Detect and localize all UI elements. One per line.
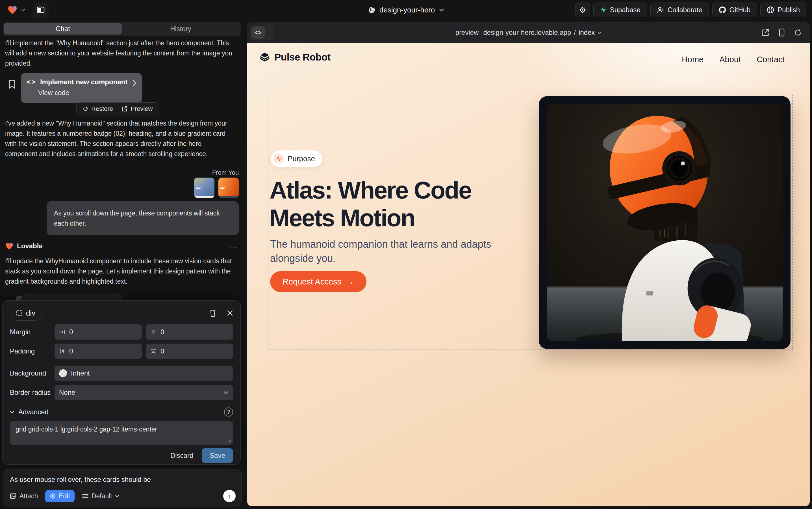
margin-y-value: 0 [160, 328, 164, 336]
site-logo[interactable]: Pulse Robot [259, 52, 331, 63]
padding-x-value: 0 [69, 347, 73, 355]
topbar: design-your-hero ⚙ Supabase Collaborate … [0, 0, 812, 20]
bookmark-icon[interactable] [8, 80, 16, 89]
advanced-section-toggle[interactable]: Advanced ? [10, 407, 233, 416]
layers-icon [259, 52, 270, 63]
preview-url[interactable]: preview--design-your-hero.lovable.app / … [455, 29, 602, 36]
hero-title: Atlas: Where Code Meets Motion [269, 176, 471, 232]
padding-label: Padding [10, 347, 54, 355]
hero-section-selected[interactable]: Purpose Atlas: Where Code Meets Motion T… [268, 95, 793, 350]
robot-image-card [539, 96, 790, 349]
chevron-down-icon[interactable] [21, 8, 26, 11]
chat-input[interactable]: As user mouse roll over, these cards sho… [10, 476, 234, 483]
chevron-down-icon [10, 411, 14, 413]
code-view-toggle[interactable]: <> [250, 25, 274, 40]
hero-subtitle-line2: alongside you. [270, 252, 336, 264]
pulse-icon [273, 153, 284, 164]
github-button[interactable]: GitHub [712, 3, 757, 17]
publish-label: Publish [778, 6, 800, 14]
assistant-message: I'll update the WhyHumanoid component to… [5, 256, 234, 286]
mobile-view-icon[interactable] [779, 28, 785, 37]
margin-x-input[interactable]: 0 [54, 324, 142, 340]
send-button[interactable]: ↑ [223, 490, 236, 502]
attachment-thumbnail-orange[interactable] [218, 178, 239, 198]
mode-selector[interactable]: Default [82, 492, 119, 500]
site-nav: Home About Contact [682, 55, 785, 64]
code-icon: <> [27, 78, 36, 86]
resize-handle-icon[interactable] [227, 439, 231, 443]
publish-globe-icon [767, 6, 774, 13]
restore-button[interactable]: ↺ Restore [83, 105, 113, 113]
attach-button[interactable]: Attach [10, 492, 38, 500]
classes-textarea[interactable]: grid grid-cols-1 lg:grid-cols-2 gap-12 i… [10, 421, 233, 445]
collaborate-button[interactable]: Collaborate [651, 3, 709, 17]
supabase-button[interactable]: Supabase [593, 3, 647, 17]
save-button[interactable]: Save [202, 448, 233, 463]
inspector-header-icons [209, 309, 233, 317]
settings-button[interactable]: ⚙ [575, 3, 590, 17]
lovable-heart-logo[interactable] [7, 5, 17, 15]
background-input[interactable]: Inherit [54, 366, 233, 381]
help-icon[interactable]: ? [224, 407, 233, 416]
add-user-icon [657, 6, 664, 13]
classes-value: grid grid-cols-1 lg:grid-cols-2 gap-12 i… [15, 426, 157, 433]
message-menu-button[interactable]: … [229, 241, 237, 250]
supabase-bolt-icon [600, 6, 606, 13]
margin-y-input[interactable]: 0 [146, 324, 233, 340]
advanced-label: Advanced [19, 408, 48, 416]
margin-label: Margin [10, 328, 54, 336]
open-in-new-tab-icon[interactable] [762, 29, 770, 36]
sidebar-toggle-button[interactable] [33, 2, 48, 18]
arrow-up-icon: ↑ [228, 492, 231, 500]
padding-y-icon [150, 348, 156, 354]
edit-label: Edit [59, 492, 70, 500]
discard-button[interactable]: Discard [170, 451, 193, 460]
padding-y-input[interactable]: 0 [146, 344, 233, 359]
project-switcher[interactable]: design-your-hero [368, 0, 444, 20]
assistant-message: I'll implement the "Why Humanoid" sectio… [5, 38, 234, 68]
padding-y-value: 0 [160, 347, 164, 355]
transparency-swatch-icon [59, 369, 67, 377]
nav-contact[interactable]: Contact [756, 55, 785, 64]
globe-icon [368, 6, 375, 13]
attach-label: Attach [20, 492, 38, 500]
arrow-right-icon: → [346, 277, 354, 286]
selection-box-icon [16, 310, 22, 316]
refresh-icon[interactable] [794, 29, 802, 36]
code-icon: <> [252, 26, 265, 39]
tab-history[interactable]: History [122, 23, 239, 34]
publish-button[interactable]: Publish [760, 3, 806, 17]
restore-icon: ↺ [83, 105, 88, 113]
gear-icon: ⚙ [579, 5, 586, 15]
edit-mode-button[interactable]: Edit [45, 490, 75, 502]
preview-button[interactable]: Preview [121, 105, 153, 112]
chat-panel: Chat History I'll implement the "Why Hum… [0, 20, 247, 509]
border-radius-label: Border radius [10, 388, 54, 397]
element-inspector-panel: div Margin 0 [2, 300, 241, 465]
nav-about[interactable]: About [719, 55, 741, 64]
selected-element-chip[interactable]: div [10, 306, 42, 321]
nav-home[interactable]: Home [682, 55, 703, 64]
purpose-badge: Purpose [271, 150, 322, 167]
margin-row: Margin 0 0 [10, 324, 233, 340]
close-icon[interactable] [227, 310, 233, 316]
attachment-thumbnail-blue[interactable] [194, 178, 215, 198]
target-icon [50, 493, 56, 499]
chat-composer: As user mouse roll over, these cards sho… [3, 469, 242, 506]
tab-chat[interactable]: Chat [4, 23, 122, 34]
chevron-down-icon [115, 495, 119, 498]
chevron-right-icon [133, 80, 137, 87]
preview-viewport: Pulse Robot Home About Contact Purpose A… [247, 43, 810, 506]
trash-icon[interactable] [209, 309, 216, 317]
border-radius-select[interactable]: None [54, 385, 233, 400]
open-preview-icon [121, 106, 128, 112]
component-version-card[interactable]: <> Implement new component View code [21, 73, 142, 103]
github-label: GitHub [730, 6, 751, 14]
request-access-button[interactable]: Request Access → [270, 271, 366, 292]
margin-y-icon [150, 329, 156, 335]
chevron-down-icon [597, 31, 601, 34]
padding-x-input[interactable]: 0 [54, 344, 142, 359]
margin-x-icon [59, 329, 65, 335]
assistant-message: I've added a new "Why Humanoid" section … [5, 118, 234, 159]
view-code-link[interactable]: View code [38, 89, 136, 97]
